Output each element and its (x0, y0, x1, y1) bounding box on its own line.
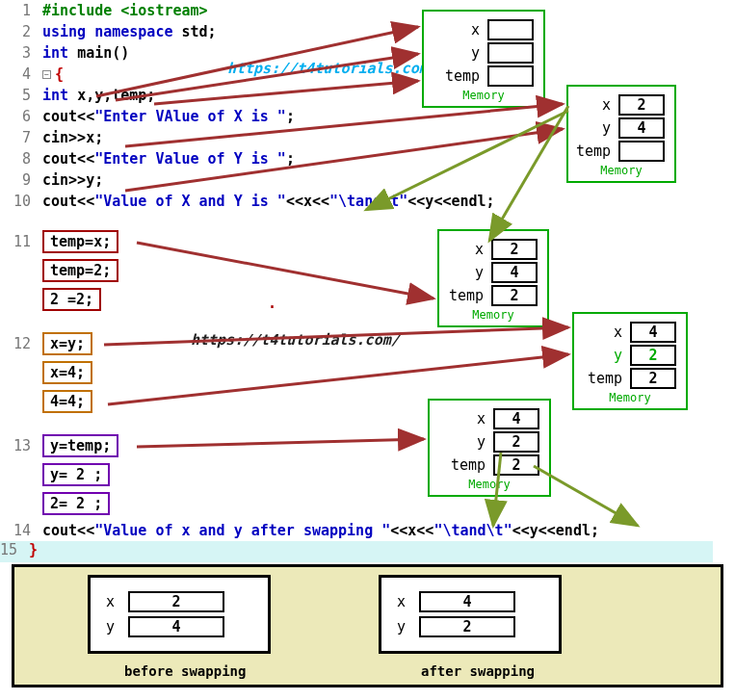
svg-line-9 (108, 354, 568, 404)
mem-caption: Memory (433, 89, 534, 102)
lineno: 1 (0, 2, 42, 19)
code-area: 1#include <iostream> 2using namespace st… (0, 0, 495, 212)
stmt-temp-eq-2: temp=2; (42, 259, 118, 282)
code-line: using namespace std; (42, 23, 217, 40)
mem-caption: Memory (439, 478, 539, 491)
after-y: 2 (419, 616, 515, 637)
stmt-temp-eq-x: temp=x; (42, 230, 118, 253)
mem-caption: Memory (584, 391, 676, 404)
lineno: 11 (0, 233, 42, 250)
line11-group: 11temp=x; temp=2; 2 =2; (0, 231, 118, 310)
stmt-2-eq-2: 2 =2; (42, 288, 101, 311)
mem-temp (487, 65, 534, 87)
lineno: 13 (0, 437, 42, 454)
svg-line-5 (489, 106, 568, 241)
lineno: 7 (0, 129, 42, 146)
lineno: 4 (0, 65, 42, 83)
lineno: 9 (0, 171, 42, 189)
after-x: 4 (419, 591, 515, 612)
mem-x: 4 (630, 322, 676, 343)
before-x: 2 (128, 591, 224, 612)
code-line: cout<<"Enter Value of Y is "; (42, 150, 295, 168)
fold-icon[interactable]: − (42, 70, 51, 79)
lineno: 14 (0, 522, 42, 539)
mem-x: 2 (618, 94, 665, 116)
stmt-x-eq-y: x=y; (42, 332, 92, 355)
mem-temp: 2 (493, 454, 539, 476)
line13-group: 13y=temp; y= 2 ; 2= 2 ; (0, 435, 118, 514)
lineno: 6 (0, 108, 42, 125)
line14-15: 14cout<<"Value of x and y after swapping… (0, 520, 713, 562)
memory-panel-a: x y temp Memory (422, 10, 545, 108)
code-line: int main() (42, 44, 129, 62)
mem-y: 2 (493, 431, 539, 453)
mem-x: 4 (493, 408, 539, 429)
stmt-y-eq-2: y= 2 ; (42, 463, 110, 486)
lineno: 3 (0, 44, 42, 62)
before-caption: before swapping (124, 663, 246, 679)
mem-caption: Memory (449, 308, 538, 322)
mem-temp: 2 (630, 368, 676, 389)
memory-panel-b: x2 y4 temp Memory (566, 85, 676, 183)
lineno: 12 (0, 335, 42, 352)
summary-panel: x2 y4 before swapping x4 y2 after swappi… (12, 564, 723, 687)
watermark-url: https://t4tutorials.com/ (191, 331, 400, 349)
mem-y: 4 (491, 262, 538, 283)
mem-temp (618, 141, 665, 162)
mem-x (487, 19, 534, 40)
mem-caption: Memory (578, 164, 665, 177)
memory-panel-d: x4 y2 temp2 Memory (572, 312, 688, 410)
svg-line-10 (137, 439, 424, 447)
dot-icon: . (268, 295, 276, 312)
code-line: cin>>y; (42, 171, 103, 189)
code-line: #include <iostream> (42, 2, 208, 19)
before-y: 4 (128, 616, 224, 637)
code-line: cin>>x; (42, 129, 103, 146)
after-caption: after swapping (421, 663, 535, 679)
lineno: 10 (0, 193, 42, 210)
before-box: x2 y4 (88, 575, 271, 654)
mem-y: 2 (630, 345, 676, 366)
code-line: int x,y,temp; (42, 87, 155, 104)
line12-group: 12x=y; x=4; 4=4; (0, 333, 92, 412)
stmt-4-eq-4: 4=4; (42, 390, 92, 413)
diagram-canvas: 1#include <iostream> 2using namespace st… (0, 0, 735, 700)
svg-line-7 (137, 243, 433, 298)
memory-panel-e: x4 y2 temp2 Memory (428, 399, 551, 497)
mem-y (487, 42, 534, 64)
lineno: 15 (0, 541, 29, 558)
stmt-y-eq-temp: y=temp; (42, 434, 118, 457)
memory-panel-c: x2 y4 temp2 Memory (437, 229, 549, 327)
lineno: 2 (0, 23, 42, 40)
mem-temp: 2 (491, 285, 538, 306)
code-line: cout<<"Value of X and Y is "<<x<<"\tand\… (42, 193, 495, 210)
stmt-x-eq-4: x=4; (42, 361, 92, 384)
code-line: cout<<"Value of x and y after swapping "… (42, 522, 599, 539)
code-line: −{ (42, 65, 64, 83)
code-line: cout<<"Enter VAlue of X is "; (42, 108, 295, 125)
lineno: 8 (0, 150, 42, 168)
watermark-url: https://t4tutorials.com/ (227, 60, 436, 77)
code-line: } (29, 541, 38, 558)
mem-x: 2 (491, 239, 538, 260)
stmt-2-eq-2b: 2= 2 ; (42, 492, 110, 515)
lineno: 5 (0, 87, 42, 104)
after-box: x4 y2 (379, 575, 562, 654)
mem-y: 4 (618, 117, 665, 139)
